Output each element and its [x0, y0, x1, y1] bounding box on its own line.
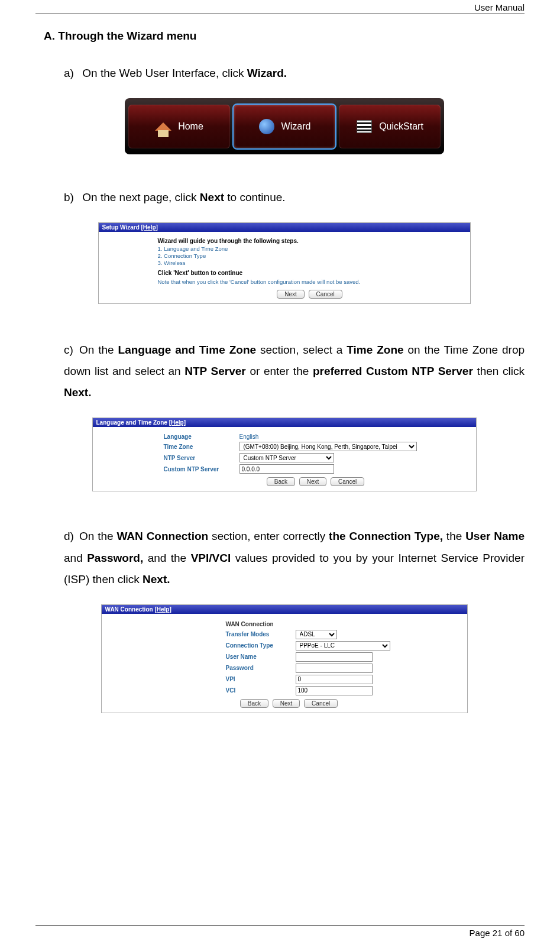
doc-header: User Manual: [35, 0, 525, 14]
tz-tz-label: Time Zone: [164, 444, 235, 450]
nav-quickstart-button[interactable]: QuickStart: [339, 105, 441, 148]
wan-heading: WAN Connection: [226, 621, 459, 627]
step-b-marker: b): [64, 187, 79, 208]
step-c-t5: then click: [473, 365, 525, 377]
step-d-marker: d): [64, 526, 79, 547]
wan-help-link[interactable]: [Help]: [154, 606, 171, 613]
step-c-marker: c): [64, 339, 79, 361]
tz-title: Language and Time Zone: [96, 419, 169, 426]
wan-header: WAN Connection [Help]: [102, 605, 467, 614]
step-d-b2: the Connection Type,: [329, 530, 443, 542]
navbar-screenshot: Home Wizard QuickStart: [125, 98, 444, 154]
step-d-t5: and the: [143, 552, 190, 564]
timezone-screenshot: Language and Time Zone [Help] Language E…: [92, 418, 477, 491]
tz-lang-value: English: [239, 433, 259, 440]
step-d-b5: VPI/VCI: [191, 552, 231, 564]
step-c: c)On the Language and Time Zone section,…: [64, 339, 525, 403]
wan-tm-label: Transfer Modes: [226, 631, 291, 637]
tz-ntp-label: NTP Server: [164, 455, 235, 461]
wan-back-button[interactable]: Back: [240, 699, 268, 708]
step-c-b5: Next.: [64, 386, 91, 399]
wan-password-input[interactable]: [296, 664, 373, 673]
tz-back-button[interactable]: Back: [267, 477, 295, 486]
step-d-b4: Password,: [87, 552, 143, 564]
setup-wizard-screenshot: Setup Wizard [Help] Wizard will guide yo…: [98, 222, 471, 304]
wan-vpi-label: VPI: [226, 676, 291, 682]
tz-header: Language and Time Zone [Help]: [93, 418, 476, 427]
wan-un-label: User Name: [226, 653, 291, 660]
tz-cancel-button[interactable]: Cancel: [331, 477, 364, 486]
section-title: Through the Wizard menu: [58, 30, 196, 42]
wan-next-button[interactable]: Next: [273, 699, 300, 708]
step-a-bold: Wizard.: [247, 67, 287, 79]
step-d-t4: and: [64, 552, 87, 564]
wan-username-input[interactable]: [296, 652, 373, 662]
wizard-note: Note that when you click the 'Cancel' bu…: [158, 279, 462, 285]
step-c-t4: or enter the: [246, 365, 313, 377]
tz-help-link[interactable]: [Help]: [169, 419, 186, 426]
nav-wizard-label: Wizard: [281, 121, 311, 132]
step-d-b1: WAN Connection: [116, 530, 208, 542]
tz-lang-label: Language: [164, 433, 235, 440]
wan-pw-label: Password: [226, 665, 291, 671]
page-number: Page 21 of 60: [35, 925, 525, 938]
setup-wizard-title: Setup Wizard: [102, 224, 141, 231]
step-c-b4: preferred Custom NTP Server: [313, 365, 473, 377]
step-c-b3: NTP Server: [184, 365, 245, 377]
tz-ntp-select[interactable]: Custom NTP Server: [239, 453, 334, 462]
step-d: d)On the WAN Connection section, enter c…: [64, 526, 525, 590]
section-letter: A.: [44, 30, 55, 42]
wan-vci-label: VCI: [226, 687, 291, 694]
wizard-heading: Wizard will guide you through the follow…: [158, 238, 462, 244]
step-b-prefix: On the next page, click: [82, 191, 200, 203]
step-a: a) On the Web User Interface, click Wiza…: [64, 63, 525, 84]
step-b-bold: Next: [200, 191, 224, 203]
step-b-suffix: to continue.: [224, 191, 286, 203]
tz-custom-ntp-label: Custom NTP Server: [164, 466, 235, 472]
wan-ct-select[interactable]: PPPoE - LLC: [296, 641, 390, 651]
wizard-cancel-button[interactable]: Cancel: [309, 290, 342, 299]
flag-icon: [355, 118, 373, 135]
wan-screenshot: WAN Connection [Help] WAN Connection Tra…: [101, 604, 468, 713]
step-c-b1: Language and Time Zone: [118, 344, 257, 356]
wizard-step1: 1. Language and Time Zone: [158, 245, 462, 252]
step-d-b3: User Name: [465, 530, 525, 542]
step-d-b6: Next.: [143, 573, 170, 585]
wan-tm-select[interactable]: ADSL: [296, 630, 337, 639]
step-c-b2: Time Zone: [347, 344, 403, 356]
wizard-step2: 2. Connection Type: [158, 253, 462, 259]
tz-tz-select[interactable]: (GMT+08:00) Beijing, Hong Kong, Perth, S…: [239, 442, 417, 451]
setup-wizard-help-link[interactable]: [Help]: [141, 224, 158, 231]
wan-ct-label: Connection Type: [226, 642, 291, 649]
step-a-text: On the Web User Interface, click: [82, 67, 247, 79]
nav-quickstart-label: QuickStart: [379, 121, 423, 132]
globe-icon: [258, 118, 276, 135]
step-b: b) On the next page, click Next to conti…: [64, 187, 525, 208]
step-c-t2: section, select a: [256, 344, 347, 356]
nav-wizard-button[interactable]: Wizard: [234, 105, 335, 148]
nav-home-label: Home: [178, 121, 203, 132]
tz-next-button[interactable]: Next: [299, 477, 327, 486]
wizard-click-next: Click 'Next' button to continue: [158, 270, 462, 276]
wan-cancel-button[interactable]: Cancel: [304, 699, 338, 708]
nav-home-button[interactable]: Home: [128, 105, 230, 148]
step-d-t2: section, enter correctly: [208, 530, 329, 542]
section-heading: A. Through the Wizard menu: [44, 30, 525, 43]
home-icon: [154, 118, 172, 135]
step-a-marker: a): [64, 63, 79, 84]
step-c-t1: On the: [79, 344, 118, 356]
tz-custom-ntp-input[interactable]: [239, 464, 334, 474]
wizard-next-button[interactable]: Next: [277, 290, 305, 299]
wan-vci-input[interactable]: [296, 686, 373, 695]
step-d-t3: the: [443, 530, 465, 542]
wan-vpi-input[interactable]: [296, 675, 373, 684]
wizard-step3: 3. Wireless: [158, 260, 462, 266]
step-d-t1: On the: [79, 530, 116, 542]
wan-title: WAN Connection: [105, 606, 155, 613]
setup-wizard-header: Setup Wizard [Help]: [99, 223, 470, 232]
